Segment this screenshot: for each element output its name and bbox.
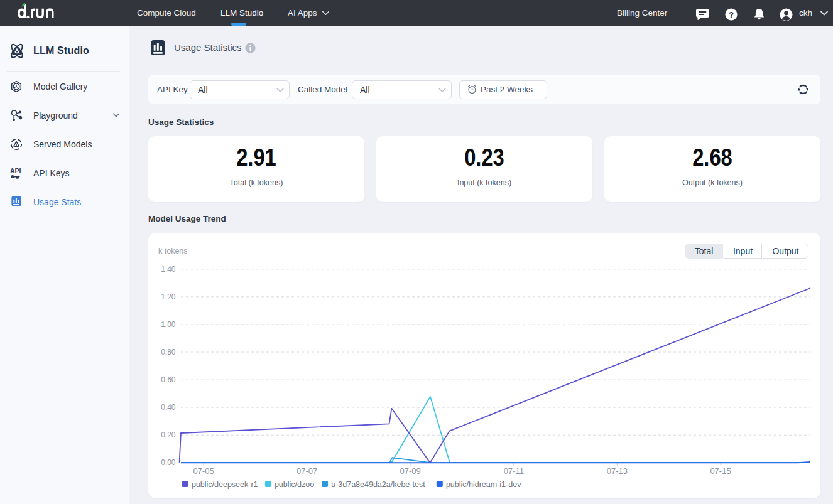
svg-text:1.20: 1.20: [161, 292, 176, 301]
svg-text:0.20: 0.20: [161, 431, 176, 439]
svg-text:API: API: [10, 167, 21, 174]
svg-text:public/hidream-i1-dev: public/hidream-i1-dev: [446, 480, 521, 489]
svg-text:u-3d7a8e49da2a/kebe-test: u-3d7a8e49da2a/kebe-test: [331, 480, 425, 489]
svg-text:0.80: 0.80: [161, 348, 176, 357]
svg-text:public/deepseek-r1: public/deepseek-r1: [192, 480, 258, 489]
svg-text:0.60: 0.60: [161, 375, 176, 384]
svg-text:07-13: 07-13: [607, 466, 628, 476]
svg-text:1.40: 1.40: [161, 265, 176, 274]
svg-text:07-05: 07-05: [193, 466, 214, 476]
svg-text:?: ?: [729, 10, 734, 19]
svg-text:07-07: 07-07: [297, 466, 317, 476]
svg-text:public/dzoo: public/dzoo: [275, 480, 314, 489]
svg-text:0.40: 0.40: [161, 403, 176, 412]
svg-text:1.00: 1.00: [161, 320, 176, 329]
svg-text:0.00: 0.00: [161, 458, 176, 467]
svg-text:07-15: 07-15: [710, 466, 731, 476]
svg-text:07-11: 07-11: [504, 466, 524, 476]
svg-text:07-09: 07-09: [400, 466, 421, 476]
